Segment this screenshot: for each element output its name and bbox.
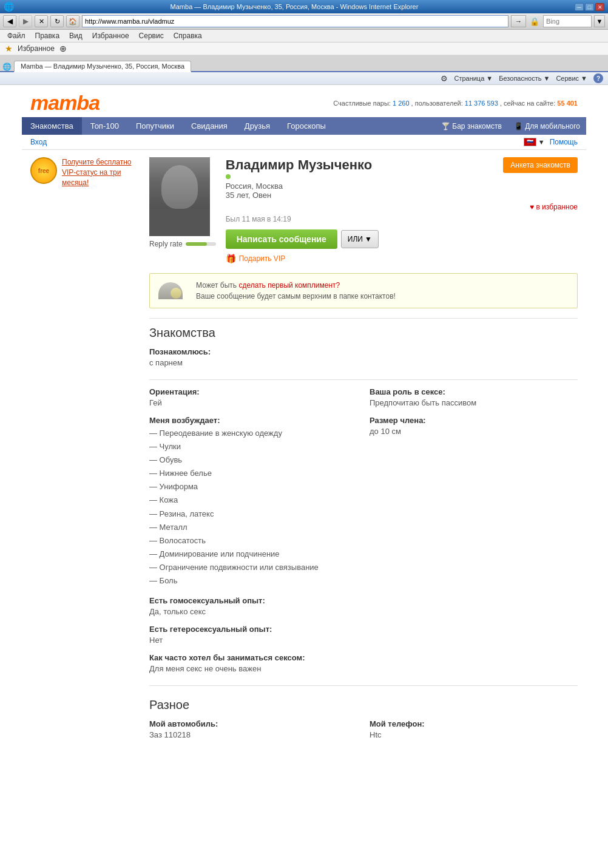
page-tool-security[interactable]: Безопасность ▼ bbox=[499, 75, 550, 82]
compliment-icon2 bbox=[171, 288, 181, 299]
size-label: Размер члена: bbox=[370, 416, 578, 425]
back-button[interactable]: ◀ bbox=[3, 15, 16, 27]
role-label: Ваша роль в сексе: bbox=[370, 387, 578, 396]
page-tool-service[interactable]: Сервис ▼ bbox=[556, 75, 587, 82]
online-count[interactable]: 55 401 bbox=[557, 100, 578, 107]
content-area: free Получите бесплатно VIP-статус на тр… bbox=[22, 150, 586, 759]
login-link[interactable]: Вход bbox=[30, 138, 47, 146]
turns-on-item-11: — Боль bbox=[149, 574, 357, 588]
stop-button[interactable]: ✕ bbox=[35, 15, 48, 27]
section-divider-3 bbox=[149, 685, 578, 686]
menu-edit[interactable]: Правка bbox=[30, 30, 65, 41]
orientation-value: Гей bbox=[149, 398, 357, 407]
profile-header: Reply rate Владимир Музыченко bbox=[149, 157, 578, 263]
online-prefix: , сейчас на сайте: bbox=[500, 100, 555, 107]
flag-selector[interactable]: 🇷🇺 ▼ bbox=[524, 138, 545, 146]
users-count[interactable]: 11 376 593 bbox=[465, 100, 498, 107]
znakomstva-title: Знакомства bbox=[149, 326, 578, 340]
profile-info: Владимир Музыченко Россия, Москва 35 лет… bbox=[226, 157, 578, 263]
profile-location: Россия, Москва bbox=[226, 181, 372, 191]
phone-label: Мой телефон: bbox=[370, 719, 578, 728]
refresh-button[interactable]: ↻ bbox=[50, 15, 64, 27]
vip-badge: free bbox=[30, 157, 57, 184]
vip-promo: free Получите бесплатно VIP-статус на тр… bbox=[30, 157, 140, 188]
nav-svidaniya[interactable]: Свидания bbox=[183, 117, 236, 135]
orientation-section: Ориентация: Гей Ваша роль в сексе: Предп… bbox=[149, 387, 578, 673]
orientation-label: Ориентация: bbox=[149, 387, 357, 396]
hetero-exp-block: Есть гетеросексуальный опыт: Нет bbox=[149, 625, 578, 645]
address-input[interactable] bbox=[82, 15, 508, 27]
turns-on-item-3: — Нижнее белье bbox=[149, 467, 357, 480]
site-header: mamba Счастливые пары: 1 260 , пользоват… bbox=[22, 85, 586, 117]
search-input[interactable] bbox=[543, 15, 592, 27]
menu-view[interactable]: Вид bbox=[64, 30, 87, 41]
phone-value: Htc bbox=[370, 730, 578, 739]
help-link[interactable]: Помощь bbox=[550, 138, 578, 146]
raznoe-two-col: Мой автомобиль: Заз 110218 Мой телефон: … bbox=[149, 719, 578, 739]
bing-search-button[interactable]: ▼ bbox=[594, 15, 605, 27]
profile-main: Reply rate Владимир Музыченко bbox=[149, 157, 578, 751]
menu-help[interactable]: Справка bbox=[169, 30, 207, 41]
two-col-2: Меня возбуждает: — Переодевание в женску… bbox=[149, 416, 578, 588]
compliment-link[interactable]: сделать первый комплимент? bbox=[238, 281, 340, 290]
turns-on-item-8: — Волосатость bbox=[149, 534, 357, 548]
active-tab[interactable]: Mamba — Владимир Музыченко, 35, Россия, … bbox=[14, 61, 191, 72]
page-toolbar: ⚙ Страница ▼ Безопасность ▼ Сервис ▼ ? bbox=[0, 72, 608, 85]
favorites-label[interactable]: Избранное bbox=[18, 44, 55, 53]
nav-znakomstva[interactable]: Знакомства bbox=[22, 117, 82, 135]
anketa-button[interactable]: Анкета знакомств bbox=[503, 157, 578, 173]
page-tool-page[interactable]: Страница ▼ bbox=[454, 75, 493, 82]
favorite-link[interactable]: ♥ в избранное bbox=[530, 203, 578, 211]
home-button[interactable]: 🏠 bbox=[66, 15, 79, 27]
browser-title: Mamba — Владимир Музыченко, 35, Россия, … bbox=[14, 3, 575, 10]
forward-button[interactable]: ▶ bbox=[19, 15, 32, 27]
online-indicator bbox=[226, 174, 372, 179]
go-button[interactable]: → bbox=[511, 15, 526, 27]
turns-on-item-7: — Металл bbox=[149, 521, 357, 534]
nav-bar[interactable]: 🍸 Бар знакомств bbox=[435, 118, 508, 135]
turns-on-list: — Переодевание в женскую одежду — Чулки … bbox=[149, 427, 357, 588]
compliment-box: Может быть сделать первый комплимент? Ва… bbox=[149, 273, 578, 308]
message-button[interactable]: Написать сообщение bbox=[226, 229, 337, 249]
browser-toolbar: ◀ ▶ ✕ ↻ 🏠 → 🔒 ▼ bbox=[0, 13, 608, 30]
vip-link[interactable]: Получите бесплатно VIP-статус на три мес… bbox=[62, 158, 131, 187]
turns-on-item-1: — Чулки bbox=[149, 440, 357, 453]
menu-tools[interactable]: Сервис bbox=[134, 30, 169, 41]
nav-poputchiki[interactable]: Попутчики bbox=[127, 117, 183, 135]
or-button[interactable]: ИЛИ ▼ bbox=[341, 230, 379, 248]
car-value: Заз 110218 bbox=[149, 730, 357, 739]
mamba-site: mamba Счастливые пары: 1 260 , пользоват… bbox=[22, 85, 586, 759]
browser-window-controls[interactable]: ─ □ ✕ bbox=[575, 3, 604, 11]
nav-mobile[interactable]: 📱 Для мобильного bbox=[508, 118, 586, 135]
pairs-count[interactable]: 1 260 bbox=[393, 100, 410, 107]
last-seen: Был 11 мая в 14:19 bbox=[226, 215, 578, 223]
menu-file[interactable]: Файл bbox=[2, 30, 30, 41]
sex-freq-block: Как часто хотел бы заниматься сексом: Дл… bbox=[149, 653, 578, 673]
car-label: Мой автомобиль: bbox=[149, 719, 357, 728]
help-icon[interactable]: ? bbox=[593, 73, 603, 83]
add-favorites-icon[interactable]: ⊕ bbox=[59, 44, 67, 53]
profile-name: Владимир Музыченко bbox=[226, 157, 372, 173]
menu-favorites[interactable]: Избранное bbox=[87, 30, 134, 41]
nav-goroskopy[interactable]: Гороскопы bbox=[279, 117, 334, 135]
nav-top100[interactable]: Топ-100 bbox=[82, 117, 127, 135]
profile-age: 35 лет, Овен bbox=[226, 191, 372, 200]
header-stats: Счастливые пары: 1 260 , пользователей: … bbox=[333, 100, 578, 107]
security-icon[interactable]: 🔒 bbox=[529, 15, 541, 27]
reply-rate-row: Reply rate bbox=[149, 240, 216, 248]
section-divider-2 bbox=[149, 379, 578, 380]
gift-link[interactable]: Подарить VIP bbox=[239, 254, 286, 263]
gift-icon: 🎁 bbox=[226, 254, 236, 263]
size-value: до 10 см bbox=[370, 427, 578, 436]
role-value: Предпочитаю быть пассивом bbox=[370, 398, 578, 407]
nav-druzya[interactable]: Друзья bbox=[236, 117, 279, 135]
sex-freq-label: Как часто хотел бы заниматься сексом: bbox=[149, 653, 578, 662]
hetero-exp-value: Нет bbox=[149, 636, 578, 645]
gay-exp-value: Да, только секс bbox=[149, 607, 578, 616]
znakomstva-section: Знакомства Познакомлюсь: с парнем bbox=[149, 326, 578, 367]
site-logo[interactable]: mamba bbox=[30, 91, 100, 115]
gay-exp-block: Есть гомосексуальный опыт: Да, только се… bbox=[149, 596, 578, 616]
browser-titlebar: 🌐 Mamba — Владимир Музыченко, 35, Россия… bbox=[0, 0, 608, 13]
turns-on-label: Меня возбуждает: bbox=[149, 416, 357, 425]
or-label: ИЛИ bbox=[348, 235, 363, 243]
